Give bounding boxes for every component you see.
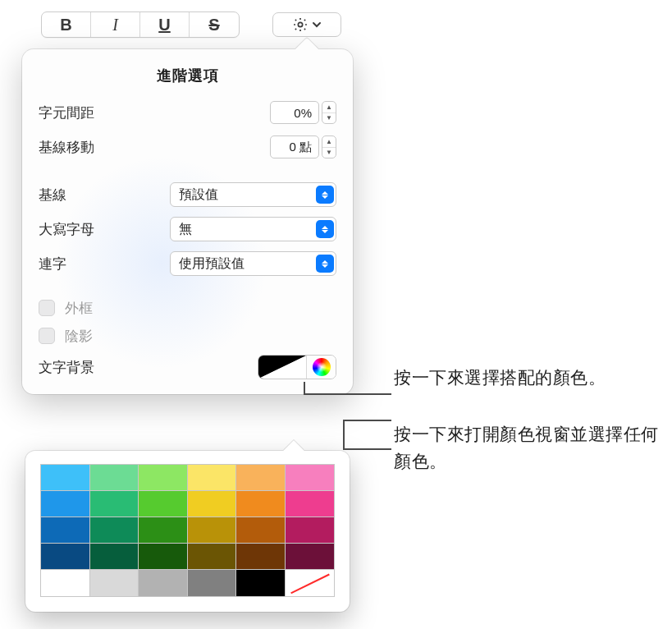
advanced-options-button[interactable] xyxy=(272,12,341,37)
callout-leader xyxy=(343,448,391,450)
char-spacing-stepper: 0% ▲ ▼ xyxy=(270,101,336,124)
char-spacing-down[interactable]: ▼ xyxy=(322,113,336,124)
color-swatch[interactable] xyxy=(188,570,237,596)
strike-label: S xyxy=(208,16,219,34)
caps-label: 大寫字母 xyxy=(39,220,137,239)
char-spacing-label: 字元間距 xyxy=(39,103,137,122)
text-background-controls xyxy=(258,355,336,379)
color-swatch[interactable] xyxy=(90,465,139,491)
select-arrows-icon xyxy=(316,255,334,273)
caps-row: 大寫字母 無 xyxy=(22,212,353,246)
color-swatch[interactable] xyxy=(188,465,237,491)
color-swatch[interactable] xyxy=(188,491,237,517)
baseline-row: 基線 預設值 xyxy=(22,177,353,212)
color-swatch[interactable] xyxy=(236,491,286,517)
callout-text-2: 按一下來打開顏色視窗並選擇任何顏色。 xyxy=(394,421,665,475)
divider xyxy=(22,281,353,294)
underline-label: U xyxy=(158,16,170,34)
baseline-shift-label: 基線移動 xyxy=(39,138,137,157)
divider xyxy=(22,164,353,177)
caps-value: 無 xyxy=(179,221,192,238)
ligature-row: 連字 使用預設值 xyxy=(22,246,353,281)
color-swatch[interactable] xyxy=(236,517,286,544)
gear-icon xyxy=(292,16,309,33)
color-swatch[interactable] xyxy=(286,491,335,517)
select-arrows-icon xyxy=(316,220,334,238)
text-style-segmented: B I U S xyxy=(41,11,240,38)
color-swatch[interactable] xyxy=(41,517,90,544)
color-swatch[interactable] xyxy=(41,465,90,491)
color-swatch[interactable] xyxy=(139,465,188,491)
popover-title: 進階選項 xyxy=(22,49,353,95)
outline-label: 外框 xyxy=(65,299,93,318)
strike-button[interactable]: S xyxy=(190,12,239,37)
baseline-shift-stepper: 0 點 ▲ ▼ xyxy=(270,135,336,158)
underline-button[interactable]: U xyxy=(140,12,190,37)
italic-label: I xyxy=(112,16,118,34)
color-swatch[interactable] xyxy=(236,465,286,491)
baseline-label: 基線 xyxy=(39,186,137,204)
outline-checkbox[interactable] xyxy=(39,300,55,316)
callout-leader xyxy=(304,393,391,395)
color-swatch[interactable] xyxy=(286,465,335,491)
outline-row: 外框 xyxy=(22,294,353,322)
char-spacing-row: 字元間距 0% ▲ ▼ xyxy=(22,95,353,130)
color-wheel-icon xyxy=(313,358,331,376)
color-swatch[interactable] xyxy=(286,544,335,570)
char-spacing-value: 0% xyxy=(294,106,312,120)
advanced-options-popover: 進階選項 字元間距 0% ▲ ▼ 基線移動 0 點 ▲ ▼ 基線 預設值 大寫字 xyxy=(22,49,353,394)
callout-leader xyxy=(343,420,391,421)
baseline-shift-up[interactable]: ▲ xyxy=(322,136,336,148)
color-swatch[interactable] xyxy=(41,544,90,570)
color-swatch[interactable] xyxy=(286,517,335,544)
color-swatch[interactable] xyxy=(90,517,139,544)
select-arrows-icon xyxy=(316,186,334,204)
bold-label: B xyxy=(60,16,71,34)
baseline-shift-stepper-btns: ▲ ▼ xyxy=(322,135,336,158)
caps-select[interactable]: 無 xyxy=(170,217,336,241)
color-swatch[interactable] xyxy=(90,544,139,570)
text-background-label: 文字背景 xyxy=(39,358,94,377)
format-toolbar: B I U S xyxy=(41,11,345,38)
text-background-row: 文字背景 xyxy=(22,350,353,386)
color-swatch[interactable] xyxy=(139,570,188,596)
italic-button[interactable]: I xyxy=(91,12,140,37)
baseline-value: 預設值 xyxy=(179,186,218,204)
chevron-down-icon xyxy=(312,20,322,30)
bold-button[interactable]: B xyxy=(42,12,91,37)
shadow-row: 陰影 xyxy=(22,322,353,350)
char-spacing-up[interactable]: ▲ xyxy=(322,102,336,113)
color-swatch[interactable] xyxy=(139,517,188,544)
color-swatch[interactable] xyxy=(188,544,237,570)
baseline-shift-down[interactable]: ▼ xyxy=(322,148,336,158)
ligature-select[interactable]: 使用預設值 xyxy=(170,251,336,276)
color-swatch[interactable] xyxy=(188,517,237,544)
callout-text-1: 按一下來選擇搭配的顏色。 xyxy=(394,365,606,392)
baseline-shift-value: 0 點 xyxy=(289,140,312,155)
char-spacing-stepper-btns: ▲ ▼ xyxy=(322,101,336,124)
ligature-value: 使用預設值 xyxy=(179,255,245,273)
char-spacing-field[interactable]: 0% xyxy=(270,101,319,124)
svg-point-0 xyxy=(298,22,302,26)
baseline-select[interactable]: 預設值 xyxy=(170,182,336,207)
color-swatch[interactable] xyxy=(139,544,188,570)
color-swatch-popover xyxy=(25,451,350,612)
color-swatch-grid xyxy=(40,464,335,597)
color-swatch[interactable] xyxy=(41,570,90,596)
color-swatch[interactable] xyxy=(236,570,286,596)
shadow-label: 陰影 xyxy=(65,327,93,346)
baseline-shift-row: 基線移動 0 點 ▲ ▼ xyxy=(22,130,353,164)
color-swatch[interactable] xyxy=(236,544,286,570)
shadow-checkbox[interactable] xyxy=(39,328,55,344)
baseline-shift-field[interactable]: 0 點 xyxy=(270,135,319,158)
color-swatch[interactable] xyxy=(139,491,188,517)
color-swatch[interactable] xyxy=(41,491,90,517)
no-color-swatch[interactable] xyxy=(286,570,335,596)
color-wheel-button[interactable] xyxy=(306,356,336,379)
color-swatch[interactable] xyxy=(90,491,139,517)
ligature-label: 連字 xyxy=(39,255,137,273)
color-well[interactable] xyxy=(258,356,306,379)
color-swatch[interactable] xyxy=(90,570,139,596)
